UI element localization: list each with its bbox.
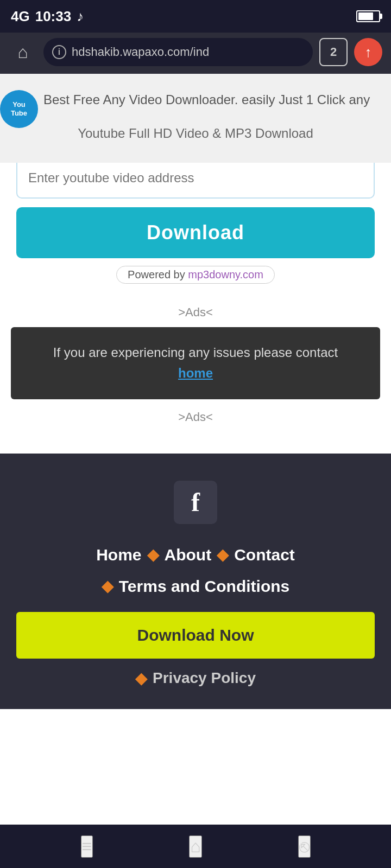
nav-diamond-1: ◆: [147, 546, 159, 564]
privacy-link[interactable]: Privacy Policy: [153, 669, 256, 687]
footer-terms: ◆ Terms and Conditions: [16, 577, 375, 596]
youtube-badge: YouTube: [0, 90, 38, 128]
battery-icon: [356, 10, 380, 22]
ads-label-2: >Ads<: [0, 399, 391, 432]
status-right: [356, 10, 380, 22]
nav-contact-link[interactable]: Contact: [234, 546, 295, 564]
youtube-url-input[interactable]: [16, 157, 375, 199]
status-left: 4G 10:33 ♪: [11, 8, 84, 25]
hero-section: YouTube Best Free Any Video Downloader. …: [0, 74, 391, 163]
browser-chrome: ⌂ i hdshakib.wapaxo.com/ind 2 ↑: [0, 33, 391, 74]
nav-diamond-3: ◆: [102, 577, 113, 595]
input-section: Download Powered by mp3downy.com: [0, 157, 391, 295]
download-button[interactable]: Download: [16, 207, 375, 258]
home-icon: ⌂: [17, 42, 28, 62]
tab-count-label: 2: [330, 45, 337, 59]
signal-icon: 4G: [11, 8, 30, 25]
tab-count-button[interactable]: 2: [319, 38, 348, 66]
nav-diamond-4: ◆: [135, 669, 147, 687]
url-text: hdshakib.wapaxo.com/ind: [72, 45, 209, 59]
status-bar: 4G 10:33 ♪: [0, 0, 391, 33]
ads-label-1: >Ads<: [0, 295, 391, 327]
android-back-button[interactable]: ⎋: [298, 835, 311, 858]
contact-message: If you are experiencing any issues pleas…: [53, 345, 338, 360]
footer-privacy: ◆ Privacy Policy: [16, 669, 375, 687]
footer-section: f Home ◆ About ◆ Contact ◆ Terms and Con…: [0, 454, 391, 709]
address-bar[interactable]: i hdshakib.wapaxo.com/ind: [43, 38, 313, 66]
powered-link[interactable]: mp3downy.com: [188, 269, 263, 280]
powered-by: Powered by mp3downy.com: [16, 266, 375, 284]
nav-about-link[interactable]: About: [165, 546, 212, 564]
nav-home-link[interactable]: Home: [96, 546, 141, 564]
footer-nav: Home ◆ About ◆ Contact: [16, 546, 375, 564]
nav-diamond-2: ◆: [217, 546, 229, 564]
page-content: YouTube Best Free Any Video Downloader. …: [0, 74, 391, 709]
terms-link[interactable]: Terms and Conditions: [119, 577, 289, 596]
hero-text-2: Youtube Full HD Video & MP3 Download: [16, 126, 375, 141]
time-display: 10:33: [35, 8, 72, 25]
powered-text: Powered by: [128, 269, 185, 280]
android-home-button[interactable]: ⌂: [189, 835, 201, 858]
upload-button[interactable]: ↑: [354, 38, 382, 66]
contact-banner: If you are experiencing any issues pleas…: [11, 327, 380, 399]
android-menu-button[interactable]: ≡: [81, 835, 93, 858]
browser-home-button[interactable]: ⌂: [9, 38, 37, 66]
youtube-badge-text: YouTube: [11, 100, 27, 117]
contact-home-link[interactable]: home: [178, 366, 213, 380]
battery-fill: [358, 12, 373, 20]
facebook-icon-box[interactable]: f: [174, 481, 217, 524]
android-nav-bar: ≡ ⌂ ⎋: [0, 825, 391, 868]
music-icon: ♪: [77, 8, 84, 25]
facebook-icon: f: [191, 487, 200, 517]
hero-text-1: Best Free Any Video Downloader. easily J…: [16, 90, 375, 110]
download-now-button[interactable]: Download Now: [16, 612, 375, 659]
upload-icon: ↑: [365, 44, 372, 61]
info-icon: i: [52, 45, 66, 59]
